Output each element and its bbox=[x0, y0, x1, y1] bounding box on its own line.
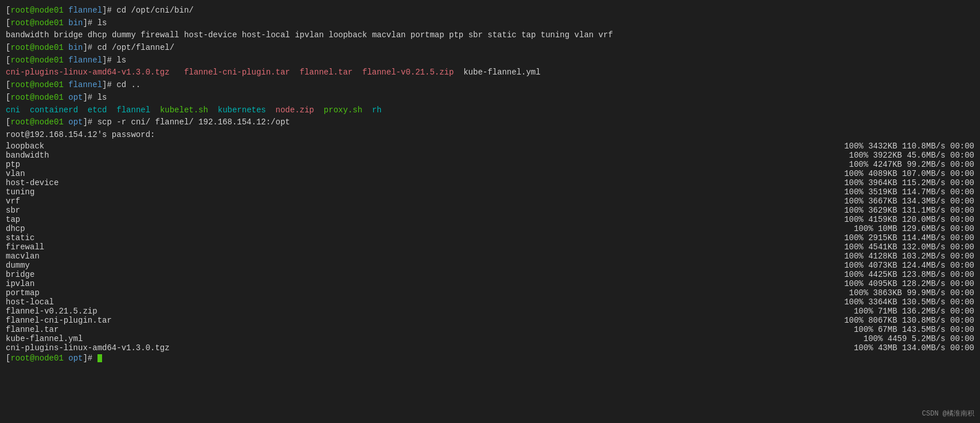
scp-transfer-line: flannel-v0.21.5.zip100% 71MB 136.2MB/s 0… bbox=[6, 307, 974, 316]
scp-transfer-line: bridge100% 4425KB 123.8MB/s 00:00 bbox=[6, 270, 974, 279]
terminal-line: [root@node01 flannel]# cd /opt/cni/bin/ bbox=[6, 5, 974, 17]
terminal-line: [root@node01 flannel]# cd .. bbox=[6, 79, 974, 92]
scp-transfer-line: vrf100% 3667KB 134.3MB/s 00:00 bbox=[6, 197, 974, 206]
terminal-line: [root@node01 opt]# ls bbox=[6, 92, 974, 104]
scp-transfer-line: macvlan100% 4128KB 103.2MB/s 00:00 bbox=[6, 252, 974, 261]
scp-transfer-line: loopback100% 3432KB 110.8MB/s 00:00 bbox=[6, 142, 974, 151]
ls-output-line: cni-plugins-linux-amd64-v1.3.0.tgz flann… bbox=[6, 66, 974, 79]
scp-transfer-line: portmap100% 3863KB 99.9MB/s 00:00 bbox=[6, 288, 974, 297]
scp-transfer-line: ipvlan100% 4095KB 128.2MB/s 00:00 bbox=[6, 279, 974, 288]
watermark: CSDN @橘淮南积 bbox=[922, 409, 974, 418]
terminal-prompt-line: [root@node01 opt]# bbox=[6, 352, 974, 365]
scp-transfer-line: flannel.tar100% 67MB 143.5MB/s 00:00 bbox=[6, 325, 974, 334]
scp-transfer-line: bandwidth100% 3922KB 45.6MB/s 00:00 bbox=[6, 151, 974, 160]
terminal-line: [root@node01 bin]# cd /opt/flannel/ bbox=[6, 42, 974, 54]
terminal-cursor bbox=[97, 354, 102, 362]
scp-transfer-line: vlan100% 4089KB 107.0MB/s 00:00 bbox=[6, 169, 974, 178]
scp-transfer-line: tuning100% 3519KB 114.7MB/s 00:00 bbox=[6, 187, 974, 197]
terminal-line: [root@node01 opt]# scp -r cni/ flannel/ … bbox=[6, 116, 974, 129]
scp-transfer-line: ptp100% 4247KB 99.2MB/s 00:00 bbox=[6, 160, 974, 169]
terminal-line: root@192.168.154.12's password: bbox=[6, 129, 974, 142]
scp-transfer-line: kube-flannel.yml100% 4459 5.2MB/s 00:00 bbox=[6, 334, 974, 343]
terminal-line: [root@node01 flannel]# ls bbox=[6, 54, 974, 67]
terminal: [root@node01 flannel]# cd /opt/cni/bin/[… bbox=[0, 0, 980, 423]
scp-transfer-line: static100% 2915KB 114.4MB/s 00:00 bbox=[6, 233, 974, 242]
scp-transfer-line: host-local100% 3364KB 130.5MB/s 00:00 bbox=[6, 297, 974, 307]
scp-transfer-line: cni-plugins-linux-amd64-v1.3.0.tgz100% 4… bbox=[6, 343, 974, 352]
scp-transfer-line: dhcp100% 10MB 129.6MB/s 00:00 bbox=[6, 224, 974, 233]
scp-transfer-line: tap100% 4159KB 120.0MB/s 00:00 bbox=[6, 215, 974, 224]
scp-transfer-line: flannel-cni-plugin.tar100% 8067KB 130.8M… bbox=[6, 316, 974, 325]
scp-transfer-line: host-device100% 3964KB 115.2MB/s 00:00 bbox=[6, 178, 974, 187]
scp-transfer-line: firewall100% 4541KB 132.0MB/s 00:00 bbox=[6, 242, 974, 252]
ls-output-line: bandwidth bridge dhcp dummy firewall hos… bbox=[6, 29, 974, 42]
scp-transfer-line: sbr100% 3629KB 131.1MB/s 00:00 bbox=[6, 206, 974, 215]
scp-transfer-line: dummy100% 4073KB 124.4MB/s 00:00 bbox=[6, 261, 974, 270]
ls-output-line: cni containerd etcd flannel kubelet.sh k… bbox=[6, 104, 974, 117]
terminal-line: [root@node01 bin]# ls bbox=[6, 17, 974, 30]
